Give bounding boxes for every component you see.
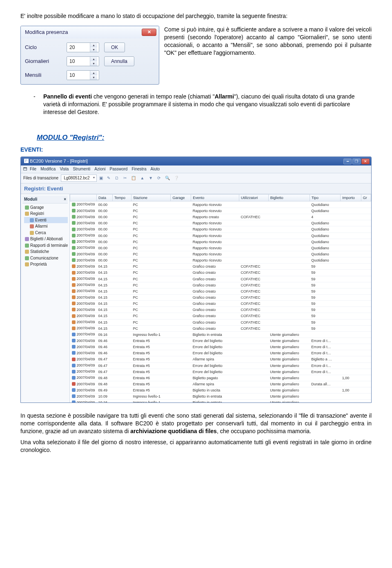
row-icon xyxy=(72,289,76,293)
row-icon xyxy=(72,264,76,268)
row-icon xyxy=(72,302,76,305)
tree-icon xyxy=(30,231,34,235)
menu-item[interactable]: Finestra xyxy=(131,167,146,171)
col-header[interactable]: Tipo xyxy=(310,195,340,201)
tree-label[interactable]: Biglietti / Abbonati xyxy=(30,236,63,242)
field-label-giornalieri: Giornalieri xyxy=(25,58,62,65)
tree-label[interactable]: Garage xyxy=(30,205,44,210)
chevron-down-icon[interactable]: ▼ xyxy=(90,75,97,80)
tree-label[interactable]: Comunicazione xyxy=(30,255,58,261)
menu-item[interactable]: File xyxy=(30,167,36,171)
table-row[interactable]: 2007/04/0904.15PCGrafico creatoCOFATHEC5… xyxy=(70,288,371,294)
close-panel-icon[interactable]: × xyxy=(64,197,66,202)
menu-bar[interactable]: 🗔FileModificaVistaStrumentiAzioniPasswor… xyxy=(21,165,371,173)
table-row[interactable]: 2007/04/0909.47Entrata #5Errore del bigl… xyxy=(70,362,371,369)
row-icon xyxy=(72,339,76,342)
transaction-file-combo[interactable]: Lg080512.bc2 xyxy=(61,174,96,182)
table-row[interactable]: 2007/04/0904.15PCGrafico creatoCOFATHEC5… xyxy=(70,307,371,313)
tree-label[interactable]: Statistiche xyxy=(30,249,49,255)
row-icon xyxy=(72,370,76,373)
spinner-giornalieri-input[interactable] xyxy=(67,57,90,66)
chevron-down-icon[interactable]: ▼ xyxy=(90,47,97,52)
row-icon xyxy=(72,252,76,256)
spinner-giornalieri[interactable]: ▲▼ xyxy=(67,56,99,66)
chevron-up-icon[interactable]: ▲ xyxy=(90,43,97,47)
table-row[interactable]: 2007/04/0900.00PCRapporto ricevutoQuotid… xyxy=(70,245,371,251)
col-header[interactable]: Biglietto xyxy=(268,195,310,201)
row-icon xyxy=(72,345,76,349)
table-row[interactable]: 2007/04/0904.15PCGrafico creatoCOFATHEC5… xyxy=(70,319,371,325)
col-header[interactable]: Stazione xyxy=(131,195,171,201)
table-row[interactable]: 2007/04/0909.48Entrata #6Biglietto pagat… xyxy=(70,375,371,381)
menu-item[interactable]: Azioni xyxy=(94,167,105,171)
table-row[interactable]: 2007/04/0904.15PCGrafico creatoCOFATHEC5… xyxy=(70,301,371,307)
table-row[interactable]: 2007/04/0900.00PCRapporto ricevutoQuotid… xyxy=(70,233,371,239)
spinner-mensili[interactable]: ▲▼ xyxy=(67,70,99,80)
col-header[interactable]: Tempo xyxy=(113,195,131,201)
chevron-up-icon[interactable]: ▲ xyxy=(90,71,97,75)
table-row[interactable]: 2007/04/0904.15PCGrafico creatoCOFATHEC5… xyxy=(70,325,371,331)
menu-item[interactable]: Password xyxy=(109,167,127,171)
app-title: 🅿 BC200 Versione 7 - [Registri] xyxy=(24,158,88,164)
tree-label[interactable]: Rapporti di terminale xyxy=(30,243,68,248)
events-grid[interactable]: DataTempoStazioneGarageEventoUtilizzator… xyxy=(70,194,371,403)
menu-item[interactable]: Strumenti xyxy=(73,167,90,171)
tree-icon xyxy=(25,262,29,266)
tree-label[interactable]: Registri xyxy=(30,211,44,217)
spinner-mensili-input[interactable] xyxy=(67,71,90,80)
menu-item[interactable]: Vista xyxy=(60,167,69,171)
ok-button[interactable]: OK xyxy=(104,42,125,52)
table-row[interactable]: 2007/04/0909.48Entrata #5Allarme spiraUt… xyxy=(70,381,371,387)
table-row[interactable]: 2007/04/0904.15PCGrafico creatoCOFATHEC5… xyxy=(70,282,371,288)
cancel-button[interactable]: Annulla xyxy=(104,56,134,66)
tree-label[interactable]: Allarmi xyxy=(35,224,48,229)
table-row[interactable]: 2007/04/0909.47Entrata #5Errore del bigl… xyxy=(70,369,371,375)
table-row[interactable]: 2007/04/0900.00PCRapporto ricevutoQuotid… xyxy=(70,251,371,257)
tree-label[interactable]: Cerca xyxy=(35,230,46,236)
table-row[interactable]: 2007/04/0909.16Ingresso livello-1Bigliet… xyxy=(70,331,371,338)
table-row[interactable]: 2007/04/0909.46Entrata #5Errore del bigl… xyxy=(70,350,371,356)
toolbar-icons[interactable]: ▣ ✎ 🗋 ✂ 📋 ▲ ▼ ⟳ 🔍 ❔ xyxy=(99,175,181,181)
table-row[interactable]: 2007/04/0900.00PCRapporto ricevutoQuotid… xyxy=(70,226,371,233)
table-row[interactable]: 2007/04/0910.09Ingresso livello-1Bigliet… xyxy=(70,394,371,400)
col-header[interactable]: Utilizzatori xyxy=(239,195,268,201)
table-row[interactable]: 2007/04/0909.46Entrata #5Errore del bigl… xyxy=(70,338,371,344)
table-row[interactable]: 2007/04/0900.00PCRapporto creatoCOFATHEC… xyxy=(70,214,371,220)
menu-item[interactable]: Aiuto xyxy=(151,167,160,171)
table-row[interactable]: 2007/04/0900.00PCRapporto ricevutoQuotid… xyxy=(70,208,371,214)
table-row[interactable]: 2007/04/0904.15PCGrafico creatoCOFATHEC5… xyxy=(70,295,371,301)
tree[interactable]: GarageRegistriEventiAllarmiCercaBigliett… xyxy=(22,203,68,268)
table-row[interactable]: 2007/04/0909.47Entrata #5Allarme spiraUt… xyxy=(70,356,371,362)
table-row[interactable]: 2007/04/0904.15PCGrafico creatoCOFATHEC5… xyxy=(70,276,371,282)
table-row[interactable]: 2007/04/0904.15PCGrafico creatoCOFATHEC5… xyxy=(70,264,371,270)
col-header[interactable]: Importo xyxy=(341,195,361,201)
minimize-icon[interactable]: ━ xyxy=(343,159,352,164)
row-icon xyxy=(72,283,76,287)
table-row[interactable]: 2007/04/0900.00PCRapporto ricevutoQuotid… xyxy=(70,201,371,208)
field-label-mensili: Mensili xyxy=(25,72,62,79)
tree-label[interactable]: Proprietà xyxy=(30,262,47,267)
col-header[interactable]: Evento xyxy=(191,195,239,201)
table-row[interactable]: 2007/04/0909.49Entrata #5Biglietto in us… xyxy=(70,387,371,394)
tree-label[interactable]: Eventi xyxy=(35,217,47,223)
table-row[interactable]: 2007/04/0909.46Entrata #5Errore del bigl… xyxy=(70,344,371,350)
close-icon[interactable]: ✕ xyxy=(361,159,370,164)
chevron-up-icon[interactable]: ▲ xyxy=(90,57,97,61)
maximize-icon[interactable]: ❐ xyxy=(352,159,361,164)
table-row[interactable]: 2007/04/0900.00PCRapporto ricevutoQuotid… xyxy=(70,220,371,226)
table-row[interactable]: 2007/04/0910.16Ingresso livello-1Bigliet… xyxy=(70,400,371,403)
chevron-down-icon[interactable]: ▼ xyxy=(90,61,97,66)
table-row[interactable]: 2007/04/0904.15PCGrafico creatoCOFATHEC5… xyxy=(70,313,371,319)
table-row[interactable]: 2007/04/0900.00PCRapporto ricevutoQuotid… xyxy=(70,257,371,264)
close-icon[interactable]: ✕ xyxy=(142,29,156,36)
menu-item[interactable]: Modifica xyxy=(40,167,56,171)
col-header[interactable]: Gr xyxy=(361,195,371,201)
spinner-ciclo-input[interactable] xyxy=(67,43,90,52)
row-icon xyxy=(72,400,76,403)
col-header[interactable]: Data xyxy=(97,195,113,201)
table-row[interactable]: 2007/04/0900.00PCRapporto ricevutoQuotid… xyxy=(70,239,371,245)
table-row[interactable]: 2007/04/0904.15PCGrafico creatoCOFATHEC5… xyxy=(70,270,371,276)
spinner-ciclo[interactable]: ▲▼ xyxy=(67,42,99,52)
row-icon xyxy=(72,215,76,219)
col-header[interactable]: Garage xyxy=(171,195,191,201)
